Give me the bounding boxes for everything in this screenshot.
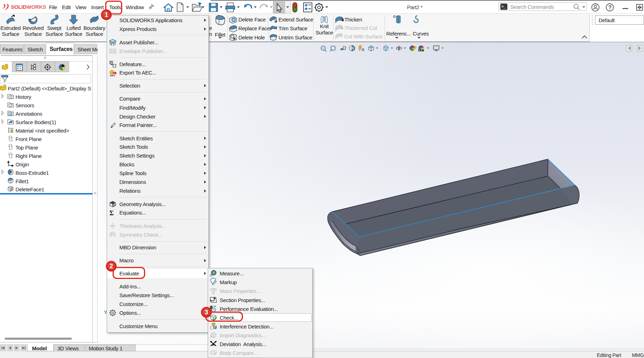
svg-text:2: 2	[110, 263, 113, 270]
svg-text:3: 3	[205, 309, 208, 316]
svg-text:1: 1	[105, 11, 108, 18]
